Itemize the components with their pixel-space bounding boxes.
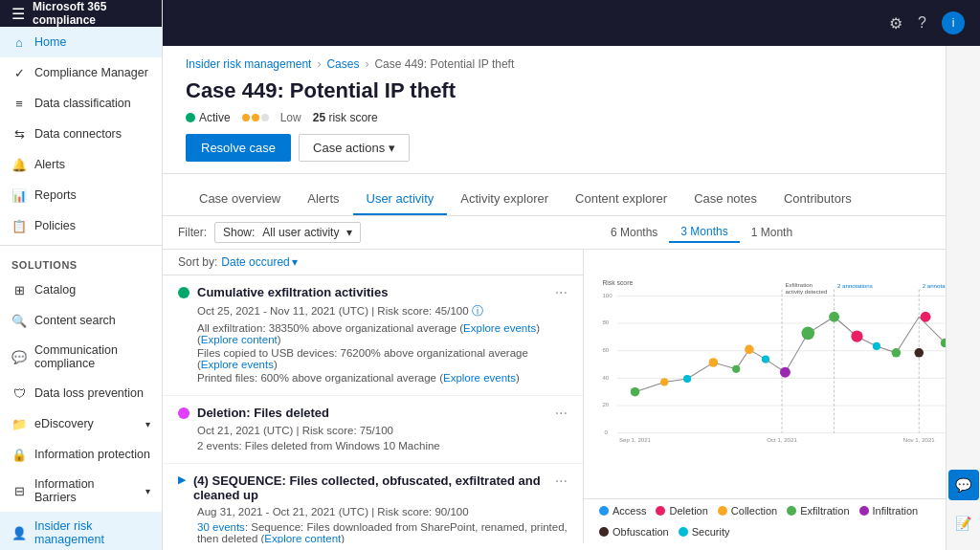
- expand-arrow-3[interactable]: ▶: [178, 473, 186, 486]
- breadcrumb-sep-2: ›: [365, 57, 368, 71]
- explore-events-3a[interactable]: Explore content: [264, 533, 341, 543]
- svg-text:60: 60: [602, 346, 609, 353]
- risk-dot-1: [242, 114, 250, 121]
- comm-icon: 💬: [11, 349, 27, 364]
- chat-bubble-icon[interactable]: 💬: [948, 470, 979, 500]
- activity-more-1[interactable]: ···: [555, 285, 568, 300]
- tab-case-overview[interactable]: Case overview: [186, 184, 294, 215]
- content-area: Insider risk management › Cases › Case 4…: [163, 46, 980, 550]
- tab-case-notes[interactable]: Case notes: [680, 184, 770, 215]
- status-badge: Active: [186, 111, 231, 124]
- user-icon[interactable]: i: [942, 11, 965, 34]
- breadcrumb-cases[interactable]: Cases: [326, 57, 359, 71]
- filter-label: Filter:: [178, 226, 207, 239]
- tab-activity-explorer[interactable]: Activity explorer: [447, 184, 562, 215]
- sidebar-nav: ⌂ Home ✓ Compliance Manager ≡ Data class…: [0, 27, 162, 550]
- legend-label-deletion: Deletion: [669, 505, 707, 517]
- sidebar-item-reports[interactable]: 📊 Reports: [0, 180, 162, 210]
- sidebar-item-alerts[interactable]: 🔔 Alerts: [0, 149, 162, 180]
- legend-label-infiltration: Infiltration: [873, 505, 919, 517]
- legend-dot-access: [599, 506, 609, 516]
- sidebar-label-data-classification: Data classification: [34, 97, 131, 110]
- risk-score: 25 risk score: [313, 111, 378, 124]
- sidebar-item-communication-compliance[interactable]: 💬 Communication compliance: [0, 336, 162, 378]
- tab-content-explorer[interactable]: Content explorer: [562, 184, 680, 215]
- time-btn-6months[interactable]: 6 Months: [599, 223, 669, 242]
- sidebar-item-policies[interactable]: 📋 Policies: [0, 210, 162, 241]
- explore-events-1a[interactable]: Explore events: [463, 322, 536, 334]
- risk-dot-3: [261, 114, 269, 121]
- data-class-icon: ≡: [11, 96, 27, 111]
- meta-info-icon-1[interactable]: ⓘ: [472, 305, 483, 317]
- tab-user-activity[interactable]: User activity: [353, 184, 448, 215]
- sort-value[interactable]: Date occured ▾: [221, 255, 297, 269]
- time-btn-1month[interactable]: 1 Month: [740, 223, 804, 242]
- case-actions-label: Case actions: [313, 141, 385, 155]
- status-dot: [186, 113, 195, 122]
- activity-detail-1c: Printed files: 600% above organizational…: [197, 372, 568, 384]
- right-sidebar: 💬 📝: [946, 46, 980, 550]
- dp-8: [780, 367, 791, 378]
- hamburger-icon[interactable]: ☰: [11, 5, 25, 23]
- explore-events-1b[interactable]: Explore events: [201, 359, 274, 370]
- activity-header-1: Cumulative exfiltration activities ···: [178, 285, 568, 300]
- sidebar-item-home[interactable]: ⌂ Home: [0, 27, 162, 57]
- sidebar-item-catalog[interactable]: ⊞ Catalog: [0, 275, 162, 305]
- settings-topbar-icon[interactable]: ⚙: [889, 14, 902, 33]
- time-btn-3months[interactable]: 3 Months: [669, 222, 739, 243]
- breadcrumb-current: Case 449: Potential IP theft: [374, 57, 514, 71]
- svg-text:Nov 1, 2021: Nov 1, 2021: [903, 436, 936, 443]
- dp-6: [745, 345, 754, 355]
- legend-dot-collection: [718, 506, 727, 516]
- filter-show-label: Show:: [223, 226, 255, 239]
- activity-more-3[interactable]: ···: [555, 473, 568, 489]
- reports-icon: 📊: [11, 187, 27, 203]
- left-panel: Sort by: Date occured ▾ Cumulative exfil…: [163, 250, 584, 543]
- sidebar-item-data-loss-prevention[interactable]: 🛡 Data loss prevention: [0, 378, 162, 408]
- legend-dot-deletion: [656, 506, 665, 516]
- breadcrumb-insider-risk[interactable]: Insider risk management: [186, 57, 311, 71]
- svg-text:0: 0: [604, 429, 608, 435]
- sidebar-divider: [0, 245, 162, 246]
- sidebar-item-data-connectors[interactable]: ⇆ Data connectors: [0, 119, 162, 149]
- legend-dot-exfiltration: [787, 506, 796, 516]
- svg-text:activity detected: activity detected: [785, 288, 828, 295]
- tab-alerts[interactable]: Alerts: [294, 184, 352, 215]
- detail-link-3a[interactable]: 30 events: [197, 521, 245, 533]
- expand-icon-barriers: ▾: [145, 486, 150, 496]
- sidebar-item-ediscovery[interactable]: 📁 eDiscovery ▾: [0, 408, 162, 439]
- sidebar-label-alerts: Alerts: [34, 158, 65, 171]
- case-actions-chevron: ▾: [389, 141, 395, 155]
- sidebar-label-ediscovery: eDiscovery: [34, 417, 94, 430]
- sidebar-item-insider-risk-management[interactable]: 👤 Insider risk management: [0, 512, 162, 550]
- right-panel: Risk score 100 80 60 40 20 0: [584, 250, 980, 543]
- ediscovery-icon: 📁: [11, 416, 27, 431]
- explore-content-1a[interactable]: Explore content: [201, 334, 278, 345]
- dp-1: [631, 387, 640, 397]
- dp-15: [921, 312, 931, 322]
- activity-more-2[interactable]: ···: [555, 406, 568, 421]
- activity-title-3: (4) SEQUENCE: Files collected, obfuscate…: [193, 473, 547, 502]
- feedback-icon[interactable]: 📝: [948, 508, 979, 539]
- tab-contributors[interactable]: Contributors: [770, 184, 865, 215]
- sidebar-label-insider-risk-management: Insider risk management: [34, 519, 150, 546]
- activity-detail-2: 2 events: Files deleted from Windows 10 …: [197, 440, 568, 451]
- svg-text:20: 20: [602, 401, 609, 407]
- sidebar-label-content-search: Content search: [34, 314, 116, 327]
- activity-detail-1a: All exfiltration: 38350% above organizat…: [197, 322, 568, 345]
- sidebar-item-content-search[interactable]: 🔍 Content search: [0, 305, 162, 336]
- app-title: Microsoft 365 compliance: [33, 0, 150, 27]
- svg-text:80: 80: [602, 319, 609, 325]
- barriers-icon: ⊟: [11, 483, 27, 498]
- sidebar-item-compliance-manager[interactable]: ✓ Compliance Manager: [0, 57, 162, 88]
- filter-select[interactable]: Show: All user activity ▾: [214, 222, 361, 243]
- legend-label-access: Access: [612, 505, 646, 517]
- case-actions-button[interactable]: Case actions ▾: [299, 134, 410, 162]
- explore-events-1c[interactable]: Explore events: [443, 372, 516, 384]
- sidebar-item-information-protection[interactable]: 🔒 Information protection: [0, 439, 162, 470]
- sidebar-item-data-classification[interactable]: ≡ Data classification: [0, 88, 162, 119]
- sidebar-item-information-barriers[interactable]: ⊟ Information Barriers ▾: [0, 470, 162, 512]
- help-icon[interactable]: ?: [918, 14, 926, 32]
- resolve-case-button[interactable]: Resolve case: [186, 134, 291, 162]
- filter-time-row: Filter: Show: All user activity ▾ 6 Mont…: [163, 216, 980, 250]
